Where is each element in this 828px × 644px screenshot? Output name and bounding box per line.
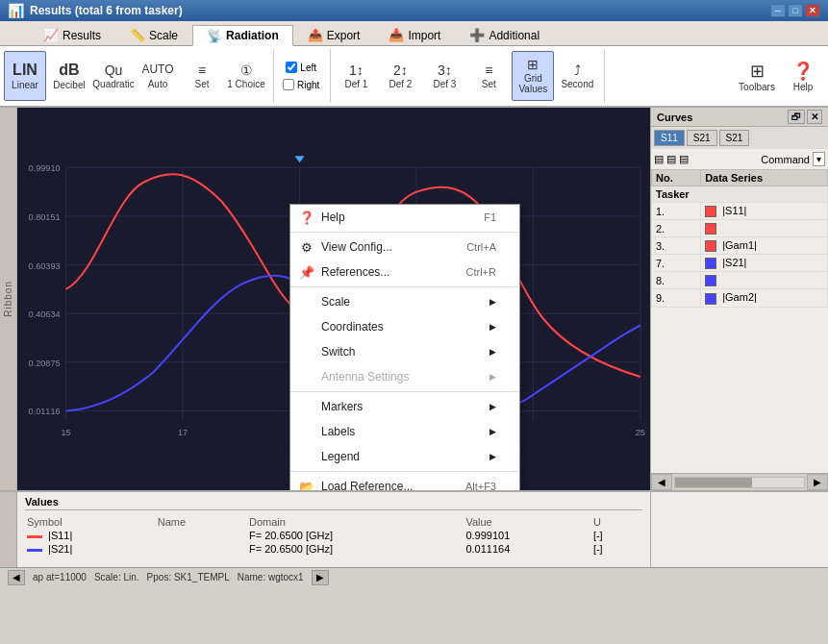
- menu-item-legend[interactable]: Legend▶: [290, 444, 519, 469]
- curves-table-row[interactable]: 1. |S11|: [652, 203, 828, 220]
- svg-text:0.20875: 0.20875: [29, 359, 61, 368]
- linear-icon: LIN: [13, 62, 38, 78]
- values-table: Symbol Name Domain Value U |S11| F= 20.6…: [25, 514, 642, 557]
- chart-area[interactable]: 0.99910 0.80151 0.60393 0.40634 0.20875 …: [17, 108, 650, 490]
- linear-button[interactable]: LIN Linear: [4, 51, 46, 101]
- results-icon: 📈: [43, 28, 59, 42]
- svg-text:0.40634: 0.40634: [29, 310, 61, 319]
- ribbon-lr-group: Left Right: [278, 49, 331, 103]
- menu-separator: [290, 232, 519, 233]
- curves-close-btn[interactable]: ✕: [807, 110, 822, 124]
- minimize-button[interactable]: ─: [770, 4, 786, 17]
- set2-button[interactable]: ≡ Set: [467, 51, 510, 101]
- menu-item-labels[interactable]: Labels▶: [290, 419, 519, 444]
- close-button[interactable]: ✕: [805, 4, 820, 17]
- menu-item-label: Scale: [321, 295, 476, 309]
- set-icon: ≡: [198, 63, 206, 77]
- menu-separator: [290, 471, 519, 472]
- tab-scale[interactable]: 📏 Scale: [115, 24, 192, 45]
- second-button[interactable]: ⤴ Second: [556, 51, 598, 101]
- def2-button[interactable]: 2↕ Def 2: [379, 51, 421, 101]
- value-name: [158, 543, 247, 555]
- help-icon: ❓: [792, 61, 814, 82]
- curve-no: 2.: [652, 220, 701, 237]
- gridvalues-icon: ⊞: [527, 58, 539, 71]
- col-dataseries: Data Series: [701, 170, 828, 186]
- curves-tab-s21[interactable]: S21: [687, 130, 717, 146]
- menu-item-references---[interactable]: 📌References...Ctrl+R: [290, 260, 519, 285]
- left-checkbox[interactable]: [286, 62, 297, 73]
- tab-radiation[interactable]: 📡 Radiation: [192, 25, 293, 46]
- menu-item-scale[interactable]: Scale▶: [290, 289, 519, 314]
- curves-table-container: No. Data Series Tasker 1. |S11| 2. 3.: [651, 169, 828, 473]
- set2-icon: ≡: [485, 63, 492, 77]
- toolbars-button[interactable]: ⊞ Toolbars: [736, 51, 778, 101]
- def1-button[interactable]: 1↕ Def 1: [335, 51, 377, 101]
- curves-table-row[interactable]: 2.: [652, 220, 828, 237]
- svg-text:0.60393: 0.60393: [29, 261, 61, 271]
- def3-button[interactable]: 3↕ Def 3: [423, 51, 465, 101]
- scale-icon: 📏: [130, 28, 145, 42]
- curves-table-row[interactable]: 8.: [652, 272, 828, 289]
- set-button[interactable]: ≡ Set: [181, 51, 223, 101]
- choice-button[interactable]: ① 1 Choice: [225, 51, 267, 101]
- decibel-button[interactable]: dB Decibel: [48, 51, 90, 101]
- menu-item-switch[interactable]: Switch▶: [290, 339, 519, 364]
- curve-color-swatch: [705, 223, 716, 235]
- menu-item-markers[interactable]: Markers▶: [290, 394, 519, 419]
- left-checkbox-btn[interactable]: Left: [281, 60, 321, 75]
- tab-results[interactable]: 📈 Results: [29, 24, 115, 45]
- menu-item-coordinates[interactable]: Coordinates▶: [290, 314, 519, 339]
- menu-item-load-reference---[interactable]: 📂Load Reference...Alt+F3: [290, 474, 519, 490]
- export-icon: 📤: [308, 28, 323, 42]
- ribbon: LIN Linear dB Decibel Qu Quadratic AUTO …: [0, 46, 828, 108]
- maximize-button[interactable]: □: [788, 4, 803, 17]
- menu-item-icon: [298, 448, 315, 465]
- curves-scrollbar[interactable]: ◀ ▶: [651, 473, 828, 490]
- tab-export[interactable]: 📤 Export: [293, 24, 375, 45]
- import-icon: 📥: [389, 28, 404, 42]
- app-icon: 📊: [8, 3, 24, 18]
- col-no: No.: [652, 170, 701, 186]
- status-btn1[interactable]: ◀: [8, 570, 25, 585]
- group-header-cell: Tasker: [652, 186, 828, 203]
- tab-additional[interactable]: ➕ Additional: [455, 24, 554, 45]
- status-btn2[interactable]: ▶: [312, 570, 329, 585]
- value-domain: F= 20.6500 [GHz]: [249, 530, 464, 541]
- status-text: ap at=11000: [33, 572, 87, 582]
- curves-restore-btn[interactable]: 🗗: [788, 110, 805, 124]
- value-symbol: |S21|: [27, 543, 156, 555]
- menu-item-shortcut: Alt+F3: [465, 481, 496, 490]
- right-checkbox-btn[interactable]: Right: [278, 77, 324, 92]
- tab-import[interactable]: 📥 Import: [374, 24, 455, 45]
- scroll-track[interactable]: [674, 477, 805, 488]
- def3-icon: 3↕: [438, 63, 452, 77]
- menu-item-help[interactable]: ❓HelpF1: [290, 205, 519, 230]
- scroll-right-btn[interactable]: ▶: [807, 474, 828, 490]
- quadratic-button[interactable]: Qu Quadratic: [92, 51, 135, 101]
- curves-tab-s21b[interactable]: S21: [719, 130, 750, 146]
- curves-table-row[interactable]: 7. |S21|: [652, 255, 828, 272]
- menu-item-icon: 📌: [298, 263, 315, 281]
- radiation-icon: 📡: [207, 29, 222, 43]
- menu-separator: [290, 286, 519, 287]
- curves-table-row[interactable]: Tasker: [652, 186, 828, 203]
- curves-table-row[interactable]: 9. |Gam2|: [652, 289, 828, 307]
- svg-text:0.99910: 0.99910: [29, 163, 61, 173]
- menu-item-shortcut: Ctrl+R: [466, 266, 496, 278]
- auto-button[interactable]: AUTO Auto: [137, 51, 179, 101]
- auto-icon: AUTO: [141, 62, 173, 78]
- menu-item-view-config---[interactable]: ⚙View Config...Ctrl+A: [290, 235, 519, 260]
- help-button[interactable]: ❓ Help: [782, 51, 824, 101]
- values-panel: Values Symbol Name Domain Value U |S11| …: [17, 492, 650, 567]
- curves-tab-s11[interactable]: S11: [654, 130, 685, 146]
- scroll-left-btn[interactable]: ◀: [651, 474, 672, 490]
- bottom-panel: Values Symbol Name Domain Value U |S11| …: [0, 490, 828, 567]
- right-checkbox[interactable]: [283, 79, 294, 90]
- curves-tabs: S11 S21 S21: [651, 127, 828, 149]
- gridvalues-button[interactable]: ⊞ Grid Values: [512, 51, 554, 101]
- dropdown-arrow-icon[interactable]: ▾: [813, 152, 825, 166]
- ribbon-def-group: 1↕ Def 1 2↕ Def 2 3↕ Def 3 ≡ Set ⊞ Grid …: [335, 49, 605, 103]
- curves-table-row[interactable]: 3. |Gam1|: [652, 237, 828, 255]
- main-layout: Ribbon 0.99910 0.80151 0.60393 0.40634: [0, 108, 828, 490]
